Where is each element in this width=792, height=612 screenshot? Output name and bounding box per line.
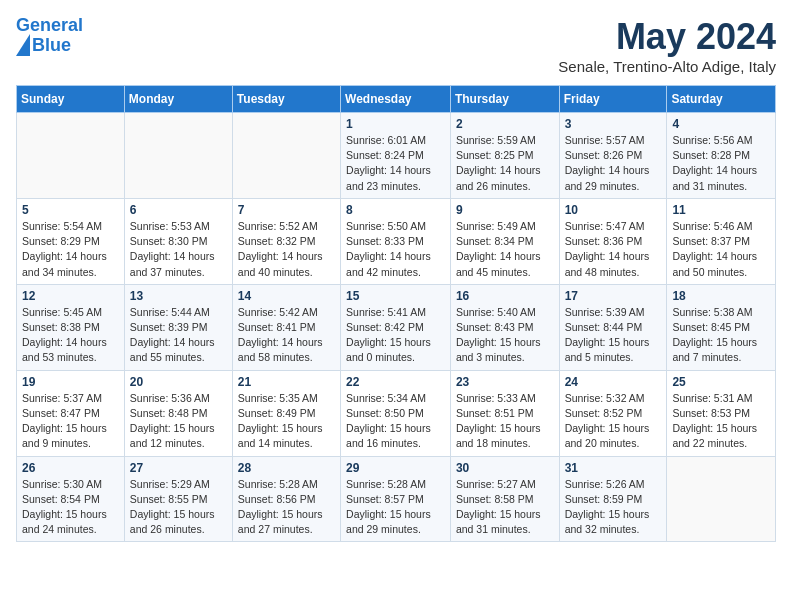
calendar-day-cell: 3Sunrise: 5:57 AMSunset: 8:26 PMDaylight… [559,113,667,199]
calendar-day-cell: 22Sunrise: 5:34 AMSunset: 8:50 PMDayligh… [341,370,451,456]
day-number: 5 [22,203,119,217]
calendar-day-cell: 5Sunrise: 5:54 AMSunset: 8:29 PMDaylight… [17,198,125,284]
calendar-day-cell: 15Sunrise: 5:41 AMSunset: 8:42 PMDayligh… [341,284,451,370]
calendar-day-cell: 7Sunrise: 5:52 AMSunset: 8:32 PMDaylight… [232,198,340,284]
day-number: 28 [238,461,335,475]
day-detail: Sunrise: 5:41 AMSunset: 8:42 PMDaylight:… [346,305,445,366]
calendar-day-cell [667,456,776,542]
logo-triangle-icon [16,34,30,56]
weekday-header-friday: Friday [559,86,667,113]
calendar-day-cell [232,113,340,199]
day-number: 24 [565,375,662,389]
day-detail: Sunrise: 5:53 AMSunset: 8:30 PMDaylight:… [130,219,227,280]
day-detail: Sunrise: 5:39 AMSunset: 8:44 PMDaylight:… [565,305,662,366]
weekday-header-saturday: Saturday [667,86,776,113]
calendar-day-cell: 30Sunrise: 5:27 AMSunset: 8:58 PMDayligh… [450,456,559,542]
day-detail: Sunrise: 5:59 AMSunset: 8:25 PMDaylight:… [456,133,554,194]
calendar-day-cell: 2Sunrise: 5:59 AMSunset: 8:25 PMDaylight… [450,113,559,199]
day-detail: Sunrise: 5:31 AMSunset: 8:53 PMDaylight:… [672,391,770,452]
day-number: 7 [238,203,335,217]
day-number: 15 [346,289,445,303]
day-number: 4 [672,117,770,131]
day-detail: Sunrise: 6:01 AMSunset: 8:24 PMDaylight:… [346,133,445,194]
calendar-week-row: 12Sunrise: 5:45 AMSunset: 8:38 PMDayligh… [17,284,776,370]
day-number: 10 [565,203,662,217]
calendar-day-cell: 27Sunrise: 5:29 AMSunset: 8:55 PMDayligh… [124,456,232,542]
day-number: 2 [456,117,554,131]
calendar-day-cell: 11Sunrise: 5:46 AMSunset: 8:37 PMDayligh… [667,198,776,284]
calendar-day-cell: 10Sunrise: 5:47 AMSunset: 8:36 PMDayligh… [559,198,667,284]
day-number: 17 [565,289,662,303]
logo-blue: Blue [32,35,71,55]
day-number: 3 [565,117,662,131]
day-number: 20 [130,375,227,389]
calendar-day-cell [124,113,232,199]
calendar-week-row: 1Sunrise: 6:01 AMSunset: 8:24 PMDaylight… [17,113,776,199]
day-detail: Sunrise: 5:45 AMSunset: 8:38 PMDaylight:… [22,305,119,366]
day-number: 22 [346,375,445,389]
calendar-day-cell: 8Sunrise: 5:50 AMSunset: 8:33 PMDaylight… [341,198,451,284]
day-detail: Sunrise: 5:46 AMSunset: 8:37 PMDaylight:… [672,219,770,280]
calendar-day-cell: 4Sunrise: 5:56 AMSunset: 8:28 PMDaylight… [667,113,776,199]
day-detail: Sunrise: 5:36 AMSunset: 8:48 PMDaylight:… [130,391,227,452]
calendar-day-cell: 12Sunrise: 5:45 AMSunset: 8:38 PMDayligh… [17,284,125,370]
weekday-header-monday: Monday [124,86,232,113]
day-number: 21 [238,375,335,389]
day-number: 27 [130,461,227,475]
calendar-day-cell: 21Sunrise: 5:35 AMSunset: 8:49 PMDayligh… [232,370,340,456]
calendar-table: SundayMondayTuesdayWednesdayThursdayFrid… [16,85,776,542]
calendar-day-cell: 1Sunrise: 6:01 AMSunset: 8:24 PMDaylight… [341,113,451,199]
logo: General Blue [16,16,83,56]
day-number: 1 [346,117,445,131]
day-number: 25 [672,375,770,389]
day-detail: Sunrise: 5:52 AMSunset: 8:32 PMDaylight:… [238,219,335,280]
day-detail: Sunrise: 5:37 AMSunset: 8:47 PMDaylight:… [22,391,119,452]
calendar-day-cell: 14Sunrise: 5:42 AMSunset: 8:41 PMDayligh… [232,284,340,370]
day-detail: Sunrise: 5:40 AMSunset: 8:43 PMDaylight:… [456,305,554,366]
calendar-day-cell: 19Sunrise: 5:37 AMSunset: 8:47 PMDayligh… [17,370,125,456]
day-detail: Sunrise: 5:29 AMSunset: 8:55 PMDaylight:… [130,477,227,538]
day-detail: Sunrise: 5:56 AMSunset: 8:28 PMDaylight:… [672,133,770,194]
calendar-day-cell [17,113,125,199]
page-header: General Blue May 2024 Senale, Trentino-A… [16,16,776,75]
day-detail: Sunrise: 5:30 AMSunset: 8:54 PMDaylight:… [22,477,119,538]
weekday-header-wednesday: Wednesday [341,86,451,113]
title-area: May 2024 Senale, Trentino-Alto Adige, It… [558,16,776,75]
day-number: 8 [346,203,445,217]
weekday-header-sunday: Sunday [17,86,125,113]
day-number: 26 [22,461,119,475]
day-detail: Sunrise: 5:49 AMSunset: 8:34 PMDaylight:… [456,219,554,280]
calendar-week-row: 19Sunrise: 5:37 AMSunset: 8:47 PMDayligh… [17,370,776,456]
calendar-week-row: 5Sunrise: 5:54 AMSunset: 8:29 PMDaylight… [17,198,776,284]
day-detail: Sunrise: 5:54 AMSunset: 8:29 PMDaylight:… [22,219,119,280]
day-number: 30 [456,461,554,475]
day-detail: Sunrise: 5:35 AMSunset: 8:49 PMDaylight:… [238,391,335,452]
day-detail: Sunrise: 5:47 AMSunset: 8:36 PMDaylight:… [565,219,662,280]
day-detail: Sunrise: 5:28 AMSunset: 8:56 PMDaylight:… [238,477,335,538]
day-detail: Sunrise: 5:50 AMSunset: 8:33 PMDaylight:… [346,219,445,280]
calendar-day-cell: 31Sunrise: 5:26 AMSunset: 8:59 PMDayligh… [559,456,667,542]
day-detail: Sunrise: 5:33 AMSunset: 8:51 PMDaylight:… [456,391,554,452]
day-number: 18 [672,289,770,303]
day-number: 12 [22,289,119,303]
calendar-day-cell: 18Sunrise: 5:38 AMSunset: 8:45 PMDayligh… [667,284,776,370]
calendar-day-cell: 26Sunrise: 5:30 AMSunset: 8:54 PMDayligh… [17,456,125,542]
calendar-day-cell: 6Sunrise: 5:53 AMSunset: 8:30 PMDaylight… [124,198,232,284]
weekday-header-tuesday: Tuesday [232,86,340,113]
calendar-header-row: SundayMondayTuesdayWednesdayThursdayFrid… [17,86,776,113]
calendar-week-row: 26Sunrise: 5:30 AMSunset: 8:54 PMDayligh… [17,456,776,542]
day-detail: Sunrise: 5:38 AMSunset: 8:45 PMDaylight:… [672,305,770,366]
day-detail: Sunrise: 5:27 AMSunset: 8:58 PMDaylight:… [456,477,554,538]
day-detail: Sunrise: 5:26 AMSunset: 8:59 PMDaylight:… [565,477,662,538]
weekday-header-thursday: Thursday [450,86,559,113]
calendar-day-cell: 23Sunrise: 5:33 AMSunset: 8:51 PMDayligh… [450,370,559,456]
day-number: 13 [130,289,227,303]
day-number: 11 [672,203,770,217]
calendar-day-cell: 24Sunrise: 5:32 AMSunset: 8:52 PMDayligh… [559,370,667,456]
day-number: 14 [238,289,335,303]
day-detail: Sunrise: 5:44 AMSunset: 8:39 PMDaylight:… [130,305,227,366]
location: Senale, Trentino-Alto Adige, Italy [558,58,776,75]
calendar-day-cell: 16Sunrise: 5:40 AMSunset: 8:43 PMDayligh… [450,284,559,370]
day-detail: Sunrise: 5:57 AMSunset: 8:26 PMDaylight:… [565,133,662,194]
month-title: May 2024 [558,16,776,58]
